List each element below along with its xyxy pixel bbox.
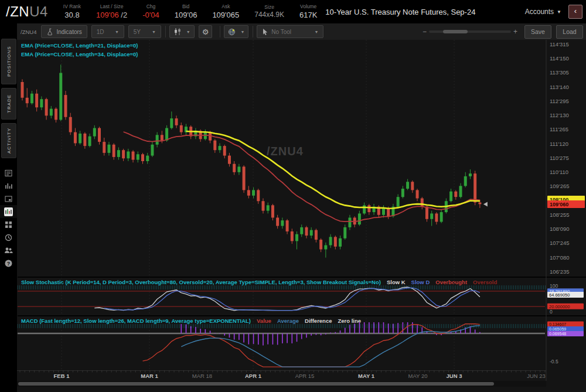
chevron-down-icon: ▼	[314, 30, 318, 34]
svg-text:0.065059: 0.065059	[549, 327, 566, 331]
svg-text:113'140: 113'140	[550, 84, 569, 90]
chart-type-dropdown[interactable]: ▼	[169, 25, 195, 38]
svg-text:MAR 1: MAR 1	[141, 373, 158, 379]
cursor-icon	[262, 28, 268, 35]
last-size: /2	[119, 11, 127, 19]
svg-text:110'110: 110'110	[550, 169, 568, 175]
svg-text:JUN 3: JUN 3	[447, 373, 462, 379]
symbol-title: /ZNU4	[6, 4, 48, 20]
field-volume: Volume 617K	[299, 4, 317, 19]
macd-average-line	[181, 326, 480, 367]
field-chg: Chg -0'04	[142, 4, 159, 19]
symbol-month: U4	[29, 4, 48, 19]
svg-text:107'245: 107'245	[550, 240, 570, 246]
zoom-slider[interactable]	[429, 30, 511, 33]
candles	[21, 64, 482, 257]
svg-text:106'235: 106'235	[550, 268, 570, 275]
svg-text:112'130: 112'130	[550, 112, 569, 118]
chevron-down-icon: ▼	[557, 9, 561, 15]
svg-text:APR 15: APR 15	[295, 373, 315, 379]
chevron-down-icon: ▼	[186, 30, 190, 34]
svg-text:MAY 20: MAY 20	[408, 373, 428, 379]
svg-text:111'120: 111'120	[550, 141, 568, 147]
field-bid: Bid 109'06	[175, 4, 197, 19]
svg-text:110'275: 110'275	[550, 155, 569, 161]
load-button[interactable]: Load	[556, 25, 583, 39]
svg-text:108'255: 108'255	[550, 212, 570, 218]
flask-icon	[46, 28, 53, 36]
svg-text:0.069548: 0.069548	[549, 332, 566, 336]
svg-text:109'060: 109'060	[550, 202, 568, 207]
svg-text:112'295: 112'295	[550, 98, 569, 104]
field-ask: Ask 109'065	[212, 4, 239, 19]
svg-text:-0.5: -0.5	[550, 359, 558, 364]
field-iv-rank: IV Rank 30.8	[63, 4, 81, 19]
range-dropdown[interactable]: 5Y ▼	[128, 25, 161, 38]
svg-text:111'265: 111'265	[550, 126, 568, 132]
svg-text:FEB 1: FEB 1	[54, 373, 70, 379]
globe-icon	[228, 28, 236, 36]
chart-symbol-label[interactable]: /ZNU4	[21, 29, 36, 35]
indicators-button[interactable]: Indicators	[41, 25, 87, 38]
zoom-in-button[interactable]: +	[511, 28, 520, 36]
candlestick-icon	[173, 28, 182, 35]
drawing-tools-dropdown[interactable]: ▼	[224, 25, 248, 38]
chevron-down-icon: ▼	[115, 30, 119, 34]
chart-settings-button[interactable]: ⚙	[199, 25, 213, 38]
macd-value-line	[143, 324, 480, 367]
chevron-down-icon: ▼	[152, 30, 156, 34]
svg-text:100: 100	[550, 283, 558, 289]
gear-icon: ⚙	[202, 28, 209, 36]
chevron-down-icon: ▼	[240, 30, 244, 34]
svg-text:20.000000: 20.000000	[549, 304, 570, 309]
svg-text:114'150: 114'150	[550, 55, 569, 62]
active-tool-dropdown[interactable]: No Tool ▼	[257, 25, 323, 38]
svg-text:JUN 23: JUN 23	[527, 373, 546, 379]
svg-text:114'315: 114'315	[550, 41, 569, 47]
zoom-out-button[interactable]: −	[420, 28, 429, 36]
save-button[interactable]: Save	[524, 25, 551, 39]
symbol-root: /ZN	[6, 4, 29, 19]
quote-header: /ZNU4 IV Rank 30.8 Last / Size 109'06 /2…	[0, 0, 586, 23]
chart-toolbar: /ZNU4 Indicators 1D ▼ 5Y ▼ ▼ ⚙ ▼ No To	[17, 23, 586, 40]
svg-text:64.669050: 64.669050	[549, 292, 570, 298]
svg-text:107'080: 107'080	[550, 254, 570, 261]
svg-text:0: 0	[550, 309, 553, 315]
svg-text:0.134607: 0.134607	[549, 322, 566, 326]
svg-text:109'265: 109'265	[550, 183, 570, 189]
svg-text:108'090: 108'090	[550, 226, 570, 232]
svg-text:113'305: 113'305	[550, 69, 569, 76]
timeframe-dropdown[interactable]: 1D ▼	[91, 25, 124, 38]
chart-canvas[interactable]: FEB 1MAR 1MAR 18APR 1APR 15MAY 1MAY 20JU…	[0, 40, 586, 392]
zoom-slider-thumb[interactable]	[443, 30, 468, 33]
field-size: Size 744x4.9K	[254, 5, 284, 19]
accounts-dropdown[interactable]: Accounts ▼	[525, 8, 561, 16]
svg-text:MAY 1: MAY 1	[358, 373, 375, 379]
collapse-panel-button[interactable]: ‹	[568, 5, 582, 19]
ema-slow-line	[186, 131, 480, 209]
trading-platform-window: { "colors": { "candle_up": "#2fa13a", "c…	[0, 0, 586, 392]
svg-text:APR 1: APR 1	[245, 373, 262, 379]
instrument-description: 10-Year U.S. Treasury Note Futures, Sep-…	[325, 8, 475, 16]
chart-region: EMA (Price=CLOSE, Length=21, Displace=0)…	[17, 40, 586, 392]
last-price: 109'06	[96, 11, 119, 19]
field-last-size: Last / Size 109'06 /2	[96, 4, 127, 19]
svg-text:MAR 18: MAR 18	[192, 373, 212, 379]
